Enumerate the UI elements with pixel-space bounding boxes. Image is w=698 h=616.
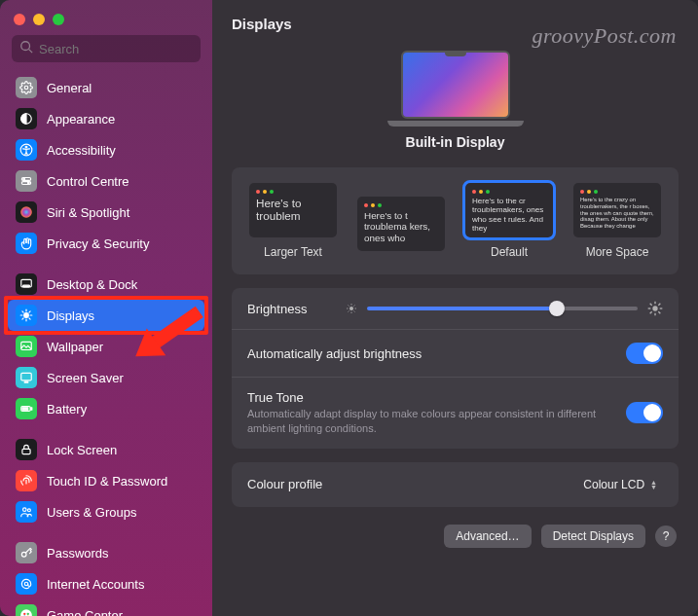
svg-point-10 bbox=[20, 206, 32, 218]
sidebar: GeneralAppearanceAccessibilityControl Ce… bbox=[0, 0, 212, 616]
sidebar-item-label: Control Centre bbox=[47, 174, 129, 189]
resolution-option-0[interactable]: Here's to troublemLarger Text bbox=[249, 183, 337, 259]
svg-line-48 bbox=[354, 306, 355, 307]
sidebar-item-users-groups[interactable]: Users & Groups bbox=[8, 496, 204, 527]
svg-line-19 bbox=[29, 318, 30, 319]
siri-icon bbox=[16, 201, 37, 223]
resolution-thumb: Here's to the crazy on troublemakers, th… bbox=[573, 183, 661, 237]
sun-small-icon bbox=[346, 303, 357, 314]
hand-icon bbox=[16, 233, 37, 254]
resolution-panel: Here's to troublemLarger TextHere's to t… bbox=[232, 167, 679, 274]
sidebar-item-label: Siri & Spotlight bbox=[47, 205, 129, 220]
lock-icon bbox=[16, 439, 37, 460]
dock-icon bbox=[16, 273, 37, 295]
resolution-label: More Space bbox=[586, 245, 649, 259]
sidebar-item-battery[interactable]: Battery bbox=[8, 393, 204, 424]
sidebar-item-privacy-security[interactable]: Privacy & Security bbox=[8, 228, 204, 259]
display-settings-panel: Brightness Automatically adjust brightne… bbox=[232, 288, 679, 449]
true-tone-desc: Automatically adapt display to make colo… bbox=[247, 407, 598, 436]
svg-rect-28 bbox=[22, 449, 30, 453]
colour-profile-label: Colour profile bbox=[247, 477, 322, 491]
search-input[interactable] bbox=[12, 35, 201, 62]
resolution-thumb: Here's to t troublema kers, ones who bbox=[357, 197, 445, 251]
key-icon bbox=[16, 542, 37, 563]
svg-line-55 bbox=[658, 311, 660, 313]
true-tone-toggle[interactable] bbox=[626, 402, 663, 423]
brightness-slider[interactable] bbox=[367, 307, 638, 310]
svg-point-2 bbox=[24, 86, 28, 90]
advanced-button[interactable]: Advanced… bbox=[444, 525, 531, 548]
sidebar-item-label: Internet Accounts bbox=[47, 577, 144, 592]
minimize-button[interactable] bbox=[33, 14, 45, 25]
auto-brightness-label: Automatically adjust brightness bbox=[247, 346, 422, 361]
resolution-option-3[interactable]: Here's to the crazy on troublemakers, th… bbox=[573, 183, 661, 259]
sidebar-item-control-centre[interactable]: Control Centre bbox=[8, 165, 204, 197]
sidebar-item-displays[interactable]: Displays bbox=[8, 300, 204, 331]
display-preview: Built-in Display bbox=[232, 51, 679, 150]
sidebar-item-desktop-dock[interactable]: Desktop & Dock bbox=[8, 269, 204, 300]
svg-point-35 bbox=[27, 613, 29, 615]
settings-window: GeneralAppearanceAccessibilityControl Ce… bbox=[0, 0, 698, 616]
close-button[interactable] bbox=[14, 14, 25, 25]
svg-rect-27 bbox=[22, 408, 28, 410]
wallpaper-icon bbox=[16, 336, 37, 357]
search-icon bbox=[19, 40, 33, 54]
auto-brightness-toggle[interactable] bbox=[626, 343, 663, 364]
svg-point-34 bbox=[23, 613, 25, 615]
sidebar-item-label: Users & Groups bbox=[47, 505, 136, 520]
colour-profile-row: Colour profile Colour LCD ▲▼ bbox=[232, 462, 679, 507]
colour-profile-select[interactable]: Colour LCD ▲▼ bbox=[573, 475, 663, 494]
sidebar-item-label: Passwords bbox=[47, 546, 109, 561]
svg-point-40 bbox=[349, 307, 353, 310]
page-title: Displays bbox=[212, 0, 698, 47]
detect-displays-button[interactable]: Detect Displays bbox=[541, 525, 645, 548]
sidebar-item-game-center[interactable]: Game Center bbox=[8, 599, 204, 616]
sidebar-item-label: Touch ID & Password bbox=[47, 474, 167, 489]
colour-profile-value: Colour LCD bbox=[583, 478, 644, 491]
svg-rect-23 bbox=[21, 373, 32, 380]
svg-point-13 bbox=[24, 313, 29, 318]
sidebar-item-label: Privacy & Security bbox=[47, 236, 149, 251]
sidebar-item-screen-saver[interactable]: Screen Saver bbox=[8, 362, 204, 393]
svg-point-33 bbox=[20, 609, 32, 616]
sidebar-item-internet-accounts[interactable]: Internet Accounts bbox=[8, 568, 204, 599]
sidebar-item-passwords[interactable]: Passwords bbox=[8, 537, 204, 568]
svg-line-21 bbox=[29, 311, 30, 312]
svg-rect-24 bbox=[24, 381, 28, 382]
control-centre-icon bbox=[16, 170, 37, 192]
auto-brightness-row: Automatically adjust brightness bbox=[232, 329, 679, 377]
resolution-thumb: Here's to troublem bbox=[249, 183, 337, 237]
maximize-button[interactable] bbox=[53, 14, 64, 25]
svg-rect-26 bbox=[31, 408, 32, 410]
svg-line-18 bbox=[22, 311, 23, 312]
resolution-option-1[interactable]: Here's to t troublema kers, ones who bbox=[357, 197, 445, 259]
sidebar-item-touch-id-password[interactable]: Touch ID & Password bbox=[8, 465, 204, 496]
resolution-label: Larger Text bbox=[264, 245, 322, 259]
sidebar-item-label: Game Center bbox=[47, 608, 123, 617]
sidebar-item-lock-screen[interactable]: Lock Screen bbox=[8, 434, 204, 465]
appearance-icon bbox=[16, 108, 37, 129]
help-button[interactable]: ? bbox=[655, 525, 677, 547]
resolution-option-2[interactable]: Here's to the cr troublemakers, ones who… bbox=[465, 183, 553, 259]
svg-line-20 bbox=[22, 318, 23, 319]
svg-line-1 bbox=[29, 50, 33, 54]
users-icon bbox=[16, 501, 37, 523]
game-icon bbox=[16, 604, 37, 616]
fingerprint-icon bbox=[16, 470, 37, 491]
true-tone-row: True Tone Automatically adapt display to… bbox=[232, 377, 679, 449]
sidebar-item-wallpaper[interactable]: Wallpaper bbox=[8, 331, 204, 362]
brightness-row: Brightness bbox=[232, 288, 679, 329]
sidebar-item-general[interactable]: General bbox=[8, 72, 204, 103]
accessibility-icon bbox=[16, 139, 37, 161]
sidebar-item-siri-spotlight[interactable]: Siri & Spotlight bbox=[8, 197, 204, 228]
sidebar-item-label: Screen Saver bbox=[47, 371, 124, 385]
svg-point-29 bbox=[23, 508, 27, 512]
sidebar-item-label: Displays bbox=[47, 308, 94, 323]
gear-icon bbox=[16, 77, 37, 98]
sidebar-item-appearance[interactable]: Appearance bbox=[8, 103, 204, 134]
main-panel: Displays Built-in Display Here's to trou… bbox=[212, 0, 698, 616]
sidebar-list: GeneralAppearanceAccessibilityControl Ce… bbox=[0, 72, 212, 616]
sidebar-item-accessibility[interactable]: Accessibility bbox=[8, 134, 204, 165]
svg-line-45 bbox=[349, 306, 349, 307]
laptop-icon bbox=[395, 51, 516, 127]
